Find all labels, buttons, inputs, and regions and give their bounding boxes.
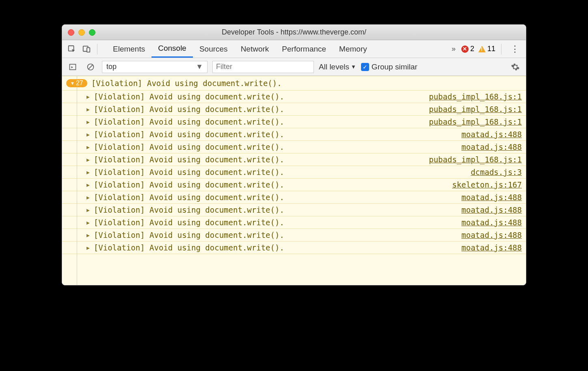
expand-icon[interactable]: ▶	[86, 119, 90, 125]
error-count-badge[interactable]: ✕ 2	[461, 45, 474, 53]
console-row[interactable]: ▶[Violation] Avoid using document.write(…	[62, 116, 526, 128]
row-message: [Violation] Avoid using document.write()…	[94, 193, 284, 202]
row-message: [Violation] Avoid using document.write()…	[94, 218, 284, 227]
close-button[interactable]	[68, 29, 74, 36]
row-message: [Violation] Avoid using document.write()…	[94, 105, 284, 114]
console-row[interactable]: ▶[Violation] Avoid using document.write(…	[62, 141, 526, 153]
minimize-button[interactable]	[78, 29, 85, 36]
clear-console-icon[interactable]	[84, 60, 97, 73]
row-message: [Violation] Avoid using document.write()…	[94, 205, 284, 214]
row-source-link[interactable]: moatad.js:488	[461, 218, 522, 227]
group-count-badge: 27	[66, 79, 87, 87]
expand-icon[interactable]: ▶	[86, 194, 90, 201]
levels-label: All levels	[319, 63, 349, 71]
tab-performance[interactable]: Performance	[275, 40, 333, 58]
row-message: [Violation] Avoid using document.write()…	[94, 180, 284, 189]
row-source-link[interactable]: skeleton.js:167	[452, 180, 522, 189]
console-toolbar: top ▼ All levels ▼ ✓ Group similar	[62, 58, 526, 76]
console-row[interactable]: ▶[Violation] Avoid using document.write(…	[62, 153, 526, 166]
main-tabbar: Elements Console Sources Network Perform…	[62, 40, 526, 58]
console-row[interactable]: ▶[Violation] Avoid using document.write(…	[62, 242, 526, 254]
expand-icon[interactable]: ▶	[86, 157, 90, 163]
console-row[interactable]: ▶[Violation] Avoid using document.write(…	[62, 179, 526, 191]
settings-icon[interactable]	[509, 60, 522, 73]
group-count: 27	[76, 80, 83, 87]
row-source-link[interactable]: moatad.js:488	[461, 205, 522, 214]
warning-count-badge[interactable]: 11	[478, 45, 495, 53]
expand-icon[interactable]: ▶	[86, 94, 90, 100]
console-row[interactable]: ▶[Violation] Avoid using document.write(…	[62, 216, 526, 229]
row-message: [Violation] Avoid using document.write()…	[94, 155, 284, 164]
titlebar: Developer Tools - https://www.theverge.c…	[62, 25, 526, 40]
row-message: [Violation] Avoid using document.write()…	[94, 130, 284, 139]
warning-count: 11	[487, 45, 495, 53]
devtools-window: Developer Tools - https://www.theverge.c…	[62, 24, 526, 285]
tab-sources[interactable]: Sources	[193, 40, 234, 58]
panel-tabs: Elements Console Sources Network Perform…	[106, 40, 374, 58]
expand-icon[interactable]: ▶	[86, 144, 90, 150]
console-row[interactable]: ▶[Violation] Avoid using document.write(…	[62, 229, 526, 242]
row-message: [Violation] Avoid using document.write()…	[94, 142, 284, 151]
row-source-link[interactable]: pubads_impl_168.js:1	[429, 155, 522, 164]
expand-icon[interactable]: ▶	[86, 182, 90, 188]
device-toggle-icon[interactable]	[80, 43, 93, 56]
expand-icon[interactable]: ▶	[86, 132, 90, 138]
error-icon: ✕	[461, 45, 469, 53]
more-tabs-button[interactable]: »	[450, 45, 457, 53]
row-source-link[interactable]: moatad.js:488	[461, 142, 522, 151]
kebab-menu-icon[interactable]: ⋮	[507, 44, 523, 54]
console-row[interactable]: ▶[Violation] Avoid using document.write(…	[62, 128, 526, 141]
toggle-sidebar-icon[interactable]	[66, 60, 79, 73]
maximize-button[interactable]	[89, 29, 95, 36]
row-message: [Violation] Avoid using document.write()…	[94, 168, 284, 177]
divider	[97, 44, 97, 54]
window-title: Developer Tools - https://www.theverge.c…	[62, 28, 526, 37]
context-value: top	[106, 63, 117, 71]
console-row[interactable]: ▶[Violation] Avoid using document.write(…	[62, 103, 526, 116]
row-source-link[interactable]: pubads_impl_168.js:1	[429, 92, 522, 101]
row-source-link[interactable]: pubads_impl_168.js:1	[429, 117, 522, 126]
row-source-link[interactable]: moatad.js:488	[461, 231, 522, 239]
svg-rect-2	[87, 47, 90, 52]
expand-icon[interactable]: ▶	[86, 169, 90, 175]
tabbar-right: » ✕ 2 11 ⋮	[450, 44, 523, 54]
tab-memory[interactable]: Memory	[333, 40, 374, 58]
group-similar-checkbox[interactable]: ✓ Group similar	[361, 63, 417, 71]
context-selector[interactable]: top ▼	[102, 61, 208, 73]
expand-icon[interactable]: ▶	[86, 207, 90, 213]
chevron-down-icon: ▼	[351, 64, 356, 70]
console-row[interactable]: ▶[Violation] Avoid using document.write(…	[62, 204, 526, 216]
row-source-link[interactable]: moatad.js:488	[461, 243, 522, 252]
row-source-link[interactable]: moatad.js:488	[461, 193, 522, 202]
tab-elements[interactable]: Elements	[106, 40, 151, 58]
console-output: 27 [Violation] Avoid using document.writ…	[62, 76, 526, 285]
group-message: [Violation] Avoid using document.write()…	[91, 79, 282, 88]
divider	[501, 44, 502, 54]
log-levels-selector[interactable]: All levels ▼	[319, 63, 356, 71]
svg-line-5	[88, 65, 93, 69]
group-similar-label: Group similar	[372, 63, 417, 71]
filter-input[interactable]	[212, 61, 314, 73]
expand-icon[interactable]: ▶	[86, 106, 90, 112]
row-message: [Violation] Avoid using document.write()…	[94, 92, 284, 101]
window-controls	[68, 29, 95, 36]
console-row[interactable]: ▶[Violation] Avoid using document.write(…	[62, 91, 526, 103]
row-message: [Violation] Avoid using document.write()…	[94, 117, 284, 126]
tab-console[interactable]: Console	[151, 40, 193, 58]
console-group-header[interactable]: 27 [Violation] Avoid using document.writ…	[62, 76, 526, 91]
console-row[interactable]: ▶[Violation] Avoid using document.write(…	[62, 166, 526, 179]
row-source-link[interactable]: dcmads.js:3	[471, 168, 522, 177]
error-count: 2	[470, 45, 474, 53]
row-message: [Violation] Avoid using document.write()…	[94, 243, 284, 252]
expand-icon[interactable]: ▶	[86, 245, 90, 251]
expand-icon[interactable]: ▶	[86, 232, 90, 238]
console-row[interactable]: ▶[Violation] Avoid using document.write(…	[62, 191, 526, 204]
console-rows: ▶[Violation] Avoid using document.write(…	[62, 91, 526, 254]
expand-icon[interactable]: ▶	[86, 220, 90, 226]
svg-rect-3	[70, 64, 76, 69]
row-source-link[interactable]: pubads_impl_168.js:1	[429, 105, 522, 114]
tab-network[interactable]: Network	[234, 40, 276, 58]
warning-icon	[478, 46, 486, 52]
inspect-icon[interactable]	[65, 43, 78, 56]
row-source-link[interactable]: moatad.js:488	[461, 130, 522, 139]
